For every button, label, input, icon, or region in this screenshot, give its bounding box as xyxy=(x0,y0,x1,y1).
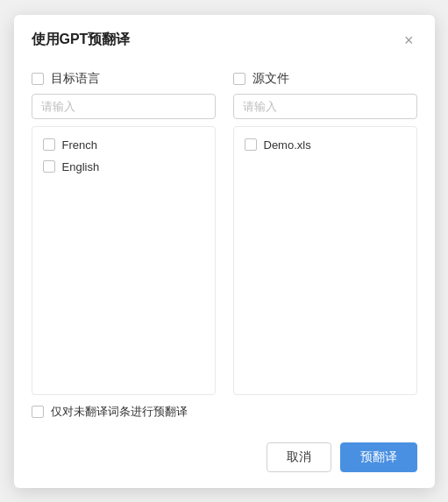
footer-option-label: 仅对未翻译词条进行预翻译 xyxy=(51,404,188,420)
right-list-area: Demo.xls xyxy=(233,126,417,395)
right-header-label: 源文件 xyxy=(252,71,289,87)
cancel-button[interactable]: 取消 xyxy=(267,442,331,472)
footer-option-row: 仅对未翻译词条进行预翻译 xyxy=(32,395,417,425)
english-label: English xyxy=(62,160,100,173)
close-button[interactable]: × xyxy=(401,31,417,50)
dialog-title: 使用GPT预翻译 xyxy=(32,31,131,49)
dialog: 使用GPT预翻译 × 目标语言 French Englis xyxy=(14,15,435,488)
left-search-input[interactable] xyxy=(32,94,216,119)
left-list-area: French English xyxy=(32,126,216,395)
left-header-label: 目标语言 xyxy=(51,71,100,87)
french-label: French xyxy=(62,138,97,152)
demo-xls-label: Demo.xls xyxy=(264,138,311,152)
list-item[interactable]: French xyxy=(38,134,210,156)
demo-xls-checkbox[interactable] xyxy=(245,138,257,151)
dialog-body: 目标语言 French English xyxy=(14,62,435,434)
list-item[interactable]: English xyxy=(38,156,210,178)
right-header-checkbox[interactable] xyxy=(233,73,245,85)
french-checkbox[interactable] xyxy=(43,138,55,151)
left-header-checkbox[interactable] xyxy=(32,73,44,85)
left-column-header: 目标语言 xyxy=(32,71,216,87)
dialog-footer: 取消 预翻译 xyxy=(14,434,435,488)
right-column: 源文件 Demo.xls xyxy=(233,71,417,395)
left-column: 目标语言 French English xyxy=(32,71,216,395)
confirm-button[interactable]: 预翻译 xyxy=(340,442,417,472)
columns: 目标语言 French English xyxy=(32,71,417,395)
footer-option-checkbox[interactable] xyxy=(32,406,44,418)
right-search-input[interactable] xyxy=(233,94,417,119)
english-checkbox[interactable] xyxy=(43,160,55,173)
right-column-header: 源文件 xyxy=(233,71,417,87)
dialog-header: 使用GPT预翻译 × xyxy=(14,15,435,62)
list-item[interactable]: Demo.xls xyxy=(239,134,411,156)
